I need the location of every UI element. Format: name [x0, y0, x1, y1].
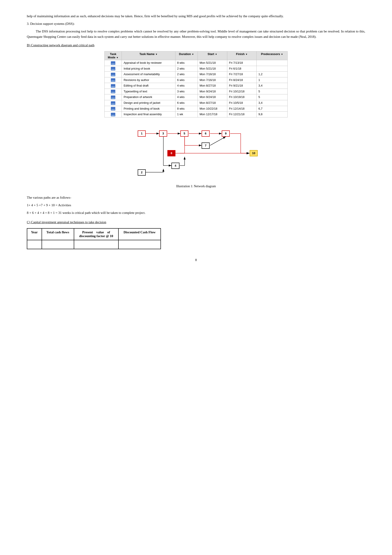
- cell-finish-4: Fri 9/21/18: [227, 83, 257, 89]
- cell-mode-4: [105, 83, 122, 89]
- cell-mode-9: [105, 112, 122, 117]
- cell-name-0: Appraisal of book by reviewer: [122, 60, 175, 66]
- cell-mode-1: [105, 66, 122, 72]
- task-mode-icon-1: [111, 67, 115, 71]
- cell-finish-8: Fri 12/14/18: [227, 106, 257, 112]
- task-mode-icon-4: [111, 84, 115, 88]
- section-c-heading: C) Capital investment appraisal techniqu…: [27, 220, 365, 224]
- cell-name-5: Typesetting of text: [122, 88, 175, 95]
- col-header-predecessors: Predecessors ▼: [257, 51, 288, 60]
- network-diagram: 1 3 5 6 9 7 8 10 4 2: [133, 124, 259, 182]
- cell-mode-2: [105, 72, 122, 77]
- cell-finish-1: Fri 6/1/18: [227, 66, 257, 72]
- cell-name-3: Revisions by author: [122, 77, 175, 83]
- cell-mode-7: [105, 100, 122, 106]
- cell-duration-1: 2 wks: [175, 66, 198, 72]
- cash-col-year: Year: [27, 228, 42, 240]
- cash-table-wrapper: Year Total cash flows Present value ofdi…: [27, 228, 365, 249]
- cell-name-2: Assessment of marketability: [122, 72, 175, 77]
- network-node-7: 7: [202, 143, 210, 149]
- cash-col-total: Total cash flows: [42, 228, 74, 240]
- cell-name-1: Initial pricing of book: [122, 66, 175, 72]
- network-node-10: 10: [250, 150, 258, 156]
- network-node-3: 3: [159, 131, 167, 137]
- cell-name-9: Inspection and final assembly: [122, 112, 175, 117]
- cash-col-pv: Present value ofdiscounting factor @ 10: [74, 228, 118, 240]
- cash-cell-pv-empty: [74, 240, 118, 249]
- cell-finish-6: Fri 10/19/18: [227, 95, 257, 100]
- col-header-mode: TaskMode ▼: [105, 51, 122, 60]
- cash-col-dcf: Discounted Cash Flow: [118, 228, 161, 240]
- network-node-9: 9: [222, 131, 230, 137]
- cell-pred-4: 3,4: [257, 83, 288, 89]
- cell-start-3: Mon 7/16/18: [198, 77, 227, 83]
- task-table-wrapper: TaskMode ▼ Task Name ▼ Duration ▼ Start …: [104, 51, 288, 117]
- cell-mode-0: [105, 60, 122, 66]
- cell-pred-5: 5: [257, 88, 288, 95]
- cell-duration-6: 4 wks: [175, 95, 198, 100]
- cell-duration-4: 4 wks: [175, 83, 198, 89]
- network-node-6: 6: [202, 131, 210, 137]
- cell-start-0: Mon 5/21/18: [198, 60, 227, 66]
- network-diagram-svg: [133, 124, 259, 182]
- cell-pred-7: 3,4: [257, 100, 288, 106]
- network-node-8: 8: [167, 150, 175, 156]
- cell-start-4: Mon 8/27/18: [198, 83, 227, 89]
- cell-start-2: Mon 7/16/18: [198, 72, 227, 77]
- cell-name-6: Preparation of artwork: [122, 95, 175, 100]
- cash-cell-year-empty: [27, 240, 42, 249]
- paragraph-1: help of maintaining information and as s…: [27, 14, 365, 19]
- cell-finish-0: Fri 7/13/18: [227, 60, 257, 66]
- col-header-finish: Finish ▼: [227, 51, 257, 60]
- sort-arrow-name: ▼: [155, 53, 157, 56]
- task-mode-icon-9: [111, 113, 115, 116]
- task-mode-icon-6: [111, 95, 115, 99]
- task-mode-icon-3: [111, 78, 115, 82]
- table-row: Editing of final draft4 wksMon 8/27/18Fr…: [105, 83, 288, 89]
- section-b-heading: B) Constructing network diagram and crit…: [27, 44, 365, 47]
- cell-start-1: Mon 5/21/18: [198, 66, 227, 72]
- cell-duration-3: 6 wks: [175, 77, 198, 83]
- cell-duration-9: 1 wk: [175, 112, 198, 117]
- table-row: Appraisal of book by reviewer8 wksMon 5/…: [105, 60, 288, 66]
- network-diagram-caption: Illustration 1: Network diagram: [133, 184, 259, 188]
- sort-arrow-pred: ▼: [281, 53, 283, 56]
- task-mode-icon-5: [111, 90, 115, 93]
- cell-finish-5: Fri 10/12/18: [227, 88, 257, 95]
- network-diagram-wrapper: 1 3 5 6 9 7 8 10 4 2 Illustration 1: Net…: [133, 124, 259, 188]
- table-row: Inspection and final assembly1 wkMon 12/…: [105, 112, 288, 117]
- sort-arrow-finish: ▼: [245, 53, 248, 56]
- cell-pred-0: [257, 60, 288, 66]
- cash-cell-dcf-empty: [118, 240, 161, 249]
- cell-pred-6: 5: [257, 95, 288, 100]
- cell-name-8: Printing and binding of book: [122, 106, 175, 112]
- sort-arrow-mode: ▼: [116, 56, 118, 59]
- task-table-body: Appraisal of book by reviewer8 wksMon 5/…: [105, 60, 288, 117]
- network-node-1: 1: [138, 131, 146, 137]
- task-table: TaskMode ▼ Task Name ▼ Duration ▼ Start …: [104, 51, 288, 117]
- cell-pred-3: 1: [257, 77, 288, 83]
- paths-heading: The various paths are as follows-: [27, 195, 365, 200]
- table-row: Design and printing of jacket6 wksMon 8/…: [105, 100, 288, 106]
- cell-finish-9: Fri 12/21/18: [227, 112, 257, 117]
- table-row: Assessment of marketability2 wksMon 7/16…: [105, 72, 288, 77]
- cash-table-header-row: Year Total cash flows Present value ofdi…: [27, 228, 161, 240]
- cell-start-6: Mon 9/24/18: [198, 95, 227, 100]
- task-mode-icon-0: [111, 61, 115, 65]
- sort-arrow-start: ▼: [215, 53, 217, 56]
- task-mode-icon-8: [111, 107, 115, 110]
- cell-duration-8: 8 wks: [175, 106, 198, 112]
- page-content: help of maintaining information and as s…: [27, 14, 365, 262]
- cell-mode-6: [105, 95, 122, 100]
- col-header-name: Task Name ▼: [122, 51, 175, 60]
- col-header-duration: Duration ▼: [175, 51, 198, 60]
- cell-name-7: Design and printing of jacket: [122, 100, 175, 106]
- cash-cell-total-empty: [42, 240, 74, 249]
- cell-duration-7: 6 wks: [175, 100, 198, 106]
- network-node-4: 4: [171, 163, 179, 169]
- paragraph-3: The DSS information processing tool help…: [27, 29, 365, 39]
- cell-finish-3: Fri 8/24/18: [227, 77, 257, 83]
- cell-duration-0: 8 wks: [175, 60, 198, 66]
- cell-pred-1: [257, 66, 288, 72]
- sort-arrow-dur: ▼: [192, 53, 194, 56]
